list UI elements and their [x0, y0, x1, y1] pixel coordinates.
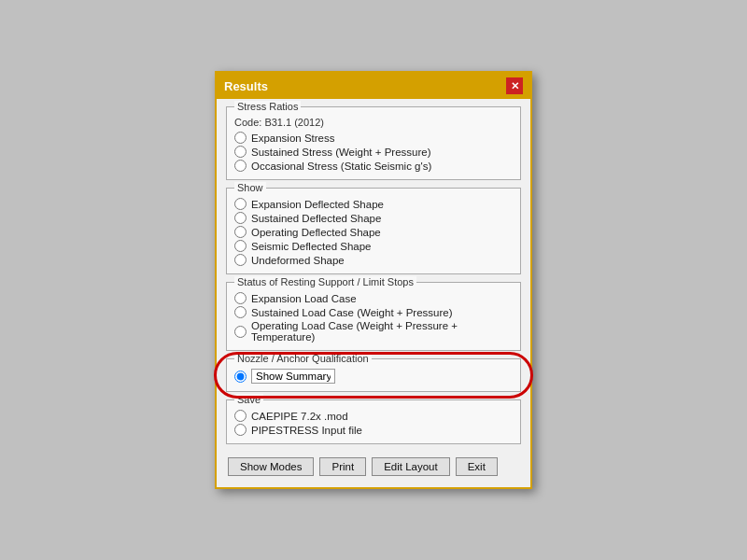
stress-radio-row-2: Sustained Stress (Weight + Pressure)	[234, 146, 513, 158]
status-radio-row-3: Operating Load Case (Weight + Pressure +…	[234, 320, 513, 343]
status-label-2[interactable]: Sustained Load Case (Weight + Pressure)	[251, 307, 453, 318]
show-radio-row-2: Sustained Deflected Shape	[234, 212, 513, 224]
show-radio-5[interactable]	[234, 254, 247, 266]
stress-radio-3[interactable]	[234, 160, 247, 172]
stress-label-2[interactable]: Sustained Stress (Weight + Pressure)	[251, 147, 431, 158]
show-radio-1[interactable]	[234, 198, 247, 210]
show-section: Show Expansion Deflected Shape Sustained…	[226, 188, 521, 274]
exit-button[interactable]: Exit	[456, 457, 498, 476]
show-legend: Show	[234, 182, 266, 193]
status-radio-row-2: Sustained Load Case (Weight + Pressure)	[234, 306, 513, 318]
dialog-body: Stress Ratios Code: B31.1 (2012) Expansi…	[217, 99, 530, 487]
show-label-5[interactable]: Undeformed Shape	[251, 255, 345, 266]
nozzle-radio-row-1	[234, 369, 513, 384]
stress-label-1[interactable]: Expansion Stress	[251, 133, 335, 144]
show-radio-row-3: Operating Deflected Shape	[234, 226, 513, 238]
button-row: Show Modes Print Edit Layout Exit	[226, 452, 521, 480]
status-radio-2[interactable]	[234, 306, 247, 318]
save-section: Save CAEPIPE 7.2x .mod PIPESTRESS Input …	[226, 399, 521, 444]
show-label-3[interactable]: Operating Deflected Shape	[251, 227, 381, 238]
code-label: Code: B31.1 (2012)	[234, 117, 513, 128]
edit-layout-button[interactable]: Edit Layout	[372, 457, 450, 476]
status-legend: Status of Resting Support / Limit Stops	[234, 276, 416, 287]
close-button[interactable]: ✕	[506, 77, 523, 94]
save-radio-row-1: CAEPIPE 7.2x .mod	[234, 410, 513, 422]
save-radio-2[interactable]	[234, 424, 247, 436]
title-bar: Results ✕	[217, 73, 530, 99]
stress-radio-1[interactable]	[234, 132, 247, 144]
show-label-2[interactable]: Sustained Deflected Shape	[251, 213, 381, 224]
show-label-4[interactable]: Seismic Deflected Shape	[251, 241, 371, 252]
results-dialog: Results ✕ Stress Ratios Code: B31.1 (201…	[215, 71, 532, 489]
dialog-title: Results	[224, 79, 268, 93]
show-radio-2[interactable]	[234, 212, 247, 224]
nozzle-legend: Nozzle / Anchor Qualification	[234, 353, 372, 364]
stress-radio-2[interactable]	[234, 146, 247, 158]
print-button[interactable]: Print	[319, 457, 366, 476]
stress-ratios-section: Stress Ratios Code: B31.1 (2012) Expansi…	[226, 106, 521, 180]
show-label-1[interactable]: Expansion Deflected Shape	[251, 199, 384, 210]
save-label-2[interactable]: PIPESTRESS Input file	[251, 425, 362, 436]
stress-radio-row-3: Occasional Stress (Static Seismic g's)	[234, 160, 513, 172]
stress-ratios-content: Code: B31.1 (2012) Expansion Stress Sust…	[234, 117, 513, 172]
nozzle-radio-1[interactable]	[234, 371, 247, 383]
save-radio-row-2: PIPESTRESS Input file	[234, 424, 513, 436]
show-radio-row-4: Seismic Deflected Shape	[234, 240, 513, 252]
show-summary-input[interactable]	[251, 369, 335, 384]
status-radio-row-1: Expansion Load Case	[234, 292, 513, 304]
status-radio-3[interactable]	[234, 326, 247, 338]
show-radio-3[interactable]	[234, 226, 247, 238]
status-label-1[interactable]: Expansion Load Case	[251, 293, 357, 304]
show-modes-button[interactable]: Show Modes	[228, 457, 314, 476]
stress-radio-row-1: Expansion Stress	[234, 132, 513, 144]
save-radio-1[interactable]	[234, 410, 247, 422]
stress-label-3[interactable]: Occasional Stress (Static Seismic g's)	[251, 161, 431, 172]
show-content: Expansion Deflected Shape Sustained Defl…	[234, 198, 513, 266]
nozzle-section: Nozzle / Anchor Qualification	[226, 358, 521, 392]
save-label-1[interactable]: CAEPIPE 7.2x .mod	[251, 411, 348, 422]
show-radio-row-5: Undeformed Shape	[234, 254, 513, 266]
nozzle-content	[234, 369, 513, 384]
stress-ratios-legend: Stress Ratios	[234, 101, 301, 112]
status-content: Expansion Load Case Sustained Load Case …	[234, 292, 513, 343]
status-section: Status of Resting Support / Limit Stops …	[226, 282, 521, 351]
save-content: CAEPIPE 7.2x .mod PIPESTRESS Input file	[234, 410, 513, 436]
show-radio-row-1: Expansion Deflected Shape	[234, 198, 513, 210]
show-radio-4[interactable]	[234, 240, 247, 252]
save-legend: Save	[234, 394, 263, 405]
status-label-3[interactable]: Operating Load Case (Weight + Pressure +…	[251, 320, 513, 343]
status-radio-1[interactable]	[234, 292, 247, 304]
